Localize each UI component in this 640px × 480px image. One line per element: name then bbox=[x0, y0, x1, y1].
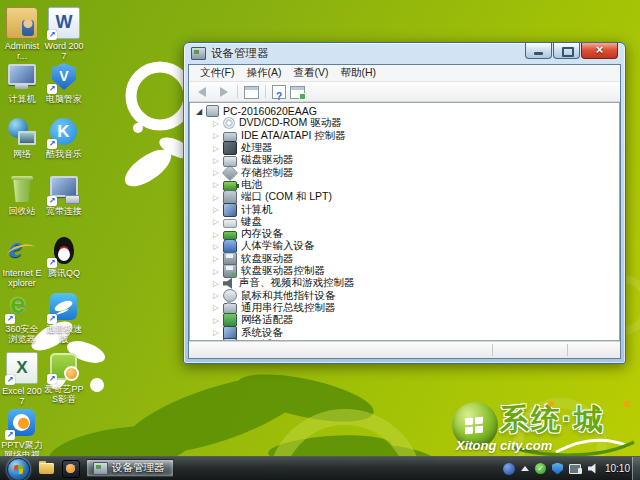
desktop-icon[interactable]: 计算机 bbox=[1, 62, 43, 104]
tree-item[interactable]: ▷ 软盘驱动器控制器 bbox=[190, 265, 619, 277]
security-ball-icon[interactable] bbox=[535, 463, 546, 474]
hidden-icons-arrow-icon[interactable] bbox=[521, 466, 529, 471]
desktop-icon[interactable]: 爱奇艺PPS影音 bbox=[43, 352, 85, 404]
pc-manager-shield-icon[interactable] bbox=[552, 463, 563, 475]
clock[interactable]: 10:10 bbox=[605, 457, 630, 480]
task-button-label: 设备管理器 bbox=[112, 461, 165, 475]
tree-item[interactable]: ▷ DVD/CD-ROM 驱动器 bbox=[190, 117, 619, 129]
tree-item[interactable]: ▷ 处理器 bbox=[190, 142, 619, 154]
expand-expander-icon[interactable]: ▷ bbox=[211, 193, 221, 202]
tree-item[interactable]: ▷ 软盘驱动器 bbox=[190, 253, 619, 265]
volume-icon[interactable] bbox=[588, 463, 600, 475]
shortcut-arrow-icon bbox=[47, 139, 57, 149]
shortcut-arrow-icon bbox=[47, 374, 57, 384]
tree-item[interactable]: ▷ 计算机 bbox=[190, 203, 619, 215]
expand-expander-icon[interactable]: ▷ bbox=[211, 230, 221, 239]
windows-flag-icon bbox=[14, 465, 23, 474]
tray-app-icon[interactable] bbox=[503, 463, 515, 475]
tree-item[interactable]: ▷ 键盘 bbox=[190, 216, 619, 228]
wallpaper-brand-logo: 系统·城 Xitong city.com bbox=[452, 400, 638, 458]
console-window-icon[interactable] bbox=[244, 86, 259, 99]
task-button-device-manager[interactable]: 设备管理器 bbox=[86, 459, 174, 477]
desktop-icon[interactable]: 网络 bbox=[1, 117, 43, 159]
tree-item[interactable]: ▷ 人体学输入设备 bbox=[190, 240, 619, 252]
shortcut-arrow-icon bbox=[5, 314, 15, 324]
expand-expander-icon[interactable]: ▷ bbox=[211, 119, 221, 128]
tree-item[interactable]: ▷ 网络适配器 bbox=[190, 314, 619, 326]
network-icon bbox=[7, 117, 37, 147]
menu-item[interactable]: 查看(V) bbox=[287, 66, 334, 80]
tree-item[interactable]: ▷ 内存设备 bbox=[190, 228, 619, 240]
device-manager-icon bbox=[191, 47, 206, 60]
desktop-icon[interactable]: 360安全浏览器 bbox=[1, 292, 43, 344]
tree-item[interactable]: ▷ 鼠标和其他指针设备 bbox=[190, 289, 619, 301]
desktop-icon[interactable]: Word 2007 bbox=[43, 7, 85, 61]
tree-item[interactable]: ▷ 声音、视频和游戏控制器 bbox=[190, 277, 619, 289]
expand-expander-icon[interactable]: ▷ bbox=[211, 156, 221, 165]
taskbar: 设备管理器 10:10 bbox=[0, 456, 640, 480]
show-desktop-button[interactable] bbox=[632, 457, 640, 480]
shortcut-arrow-icon bbox=[47, 30, 57, 40]
expand-expander-icon[interactable]: ▷ bbox=[211, 279, 221, 288]
window-titlebar[interactable]: 设备管理器 bbox=[184, 43, 625, 64]
desktop-icon-label: Administr... bbox=[1, 41, 43, 61]
expand-expander-icon[interactable]: ▷ bbox=[211, 291, 221, 300]
expand-expander-icon[interactable]: ▷ bbox=[211, 205, 221, 214]
media-player-icon[interactable] bbox=[62, 460, 80, 477]
menu-item[interactable]: 帮助(H) bbox=[334, 66, 382, 80]
expand-expander-icon[interactable]: ▷ bbox=[211, 242, 221, 251]
desktop-icon[interactable]: 腾讯QQ bbox=[43, 236, 85, 278]
tree-item[interactable]: ▷ 通用串行总线控制器 bbox=[190, 302, 619, 314]
status-bar bbox=[189, 341, 620, 358]
desktop-icon[interactable]: 电脑管家 bbox=[43, 62, 85, 104]
minimize-button[interactable] bbox=[525, 43, 552, 59]
tree-root-row[interactable]: ◢ PC-20160620EAAG bbox=[190, 105, 619, 117]
expand-expander-icon[interactable]: ▷ bbox=[211, 267, 221, 276]
forward-icon[interactable] bbox=[215, 84, 231, 99]
tree-item[interactable]: ▷ IDE ATA/ATAPI 控制器 bbox=[190, 130, 619, 142]
computer-icon bbox=[7, 62, 37, 92]
expand-expander-icon[interactable]: ▷ bbox=[211, 217, 221, 226]
menu-item[interactable]: 文件(F) bbox=[194, 66, 240, 80]
menu-item[interactable]: 操作(A) bbox=[240, 66, 287, 80]
collapse-expander-icon[interactable]: ◢ bbox=[194, 107, 204, 116]
tree-item[interactable]: ▷ 端口 (COM 和 LPT) bbox=[190, 191, 619, 203]
expand-expander-icon[interactable]: ▷ bbox=[211, 131, 221, 140]
expand-expander-icon[interactable]: ▷ bbox=[211, 328, 221, 337]
tree-item[interactable]: ▷ 磁盘驱动器 bbox=[190, 154, 619, 166]
expand-expander-icon[interactable]: ▷ bbox=[211, 254, 221, 263]
desktop-icon[interactable]: 酷我音乐 bbox=[43, 117, 85, 159]
desktop-icon[interactable]: Excel 2007 bbox=[1, 352, 43, 406]
expand-expander-icon[interactable]: ▷ bbox=[211, 168, 221, 177]
tree-item[interactable]: ▷ 存储控制器 bbox=[190, 166, 619, 178]
shortcut-arrow-icon bbox=[5, 430, 15, 440]
brand-accent-dot bbox=[624, 401, 630, 407]
expand-expander-icon[interactable]: ▷ bbox=[211, 303, 221, 312]
network-status-icon[interactable] bbox=[569, 463, 582, 474]
expand-expander-icon[interactable]: ▷ bbox=[211, 316, 221, 325]
brand-accent-dot bbox=[548, 401, 554, 407]
shortcut-arrow-icon bbox=[5, 375, 15, 385]
desktop-icon-label: 360安全浏览器 bbox=[1, 324, 43, 344]
desktop-icon[interactable]: 回收站 bbox=[1, 174, 43, 216]
tree-item[interactable]: ▷ 系统设备 bbox=[190, 326, 619, 338]
windows-flag-icon bbox=[465, 418, 473, 426]
explorer-icon[interactable] bbox=[38, 460, 56, 477]
desktop-icon[interactable]: 迅雷极速版 bbox=[43, 292, 85, 344]
pc-manager-icon bbox=[49, 62, 79, 92]
expand-expander-icon[interactable]: ▷ bbox=[211, 144, 221, 153]
desktop-icon[interactable]: PPTV聚力网络电视 bbox=[1, 408, 43, 460]
close-button[interactable] bbox=[581, 43, 618, 59]
statusbar-divider bbox=[567, 344, 568, 356]
start-button[interactable] bbox=[7, 458, 30, 480]
desktop-icon[interactable]: Internet Explorer bbox=[1, 236, 43, 288]
desktop-icon[interactable]: 宽带连接 bbox=[43, 174, 85, 216]
help-icon[interactable] bbox=[272, 85, 286, 99]
maximize-button[interactable] bbox=[553, 43, 580, 59]
expand-expander-icon[interactable]: ▷ bbox=[211, 180, 221, 189]
desktop-icon[interactable]: Administr... bbox=[1, 7, 43, 61]
tree-item[interactable]: ▷ 电池 bbox=[190, 179, 619, 191]
action-pane-icon[interactable] bbox=[290, 86, 305, 99]
qq-icon bbox=[49, 236, 79, 266]
back-icon[interactable] bbox=[195, 84, 211, 99]
